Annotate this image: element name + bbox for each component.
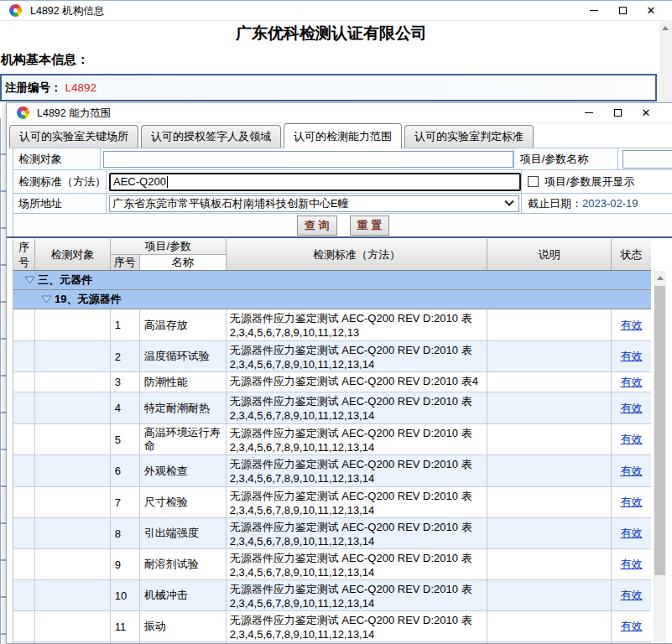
param-name-label: 项目/参数名称 xyxy=(514,148,618,169)
object-cell xyxy=(35,487,111,517)
background-window-edge xyxy=(0,118,6,644)
tab-key-locations[interactable]: 认可的实验室关键场所 xyxy=(9,125,138,148)
seq-cell xyxy=(13,487,35,517)
table-row: 3 防潮性能 无源器件应力鉴定测试 AEC-Q200 REV D:2010 表4… xyxy=(13,372,651,392)
expand-params-checkbox[interactable] xyxy=(528,176,539,187)
note-cell xyxy=(487,309,612,340)
note-cell xyxy=(487,487,612,517)
table-header: 序号 检测对象 项目/参数 序号 名称 检测标准（方法） 说明 状态 xyxy=(13,239,651,271)
param-seq-cell: 9 xyxy=(111,549,140,579)
method-cell: 无源器件应力鉴定测试 AEC-Q200 REV D:2010 表2,3,4,5,… xyxy=(227,549,488,579)
deadline-label: 截止日期： xyxy=(528,196,582,211)
note-cell xyxy=(487,549,612,579)
status-link[interactable]: 有效 xyxy=(621,464,643,479)
group-row-passive-components[interactable]: 19、无源器件 xyxy=(13,290,651,309)
status-link[interactable]: 有效 xyxy=(621,318,643,333)
back-window-scrollbar[interactable] xyxy=(659,20,672,103)
object-cell xyxy=(35,372,111,392)
object-cell xyxy=(35,392,111,423)
param-seq-cell: 8 xyxy=(111,518,140,548)
address-select-value: 广东省东莞市常平镇板石村南埔科技创新中心E幢 xyxy=(112,196,506,211)
scroll-up-button[interactable] xyxy=(654,271,666,285)
note-cell xyxy=(487,372,612,392)
note-cell xyxy=(487,580,612,610)
method-cell: 无源器件应力鉴定测试 AEC-Q200 REV D:2010 表2,3,4,5,… xyxy=(227,611,488,641)
param-seq-cell: 6 xyxy=(111,455,140,486)
maximize-button[interactable] xyxy=(608,1,637,20)
note-cell xyxy=(487,518,612,548)
method-cell: 无源器件应力鉴定测试 AEC-Q200 REV D:2010 表2,3,4,5,… xyxy=(227,309,488,340)
method-cell: 无源器件应力鉴定测试 AEC-Q200 REV D:2010 表2,3,4,5,… xyxy=(227,341,488,371)
test-standard-input[interactable]: AEC-Q200 xyxy=(109,173,521,191)
method-cell: 无源器件应力鉴定测试 AEC-Q200 REV D:2010 表2,3,4,5,… xyxy=(227,580,488,610)
close-icon: ✕ xyxy=(642,107,651,118)
form-table-divider xyxy=(7,236,672,238)
status-link[interactable]: 有效 xyxy=(621,588,643,603)
maximize-button[interactable] xyxy=(603,103,632,122)
seq-cell xyxy=(13,309,35,340)
group-label: 19、无源器件 xyxy=(55,292,121,307)
header-object: 检测对象 xyxy=(35,239,111,270)
param-name-cell: 高温环境运行寿命 xyxy=(140,424,227,454)
status-link[interactable]: 有效 xyxy=(621,557,643,572)
header-seq: 序号 xyxy=(13,239,35,270)
status-link[interactable]: 有效 xyxy=(621,619,643,634)
back-window-controls: ✕ xyxy=(580,1,665,20)
seq-cell xyxy=(13,549,35,579)
status-link[interactable]: 有效 xyxy=(621,432,643,447)
minimize-button[interactable] xyxy=(575,103,603,122)
seq-cell xyxy=(13,341,35,371)
app-icon xyxy=(17,106,29,119)
seq-cell xyxy=(13,392,35,423)
reg-value: L4892 xyxy=(65,81,97,94)
param-seq-cell: 1 xyxy=(111,309,140,340)
status-link[interactable]: 有效 xyxy=(621,401,643,416)
tab-authorized-signatories[interactable]: 认可的授权签字人及领域 xyxy=(141,125,281,148)
tab-bar: 认可的实验室关键场所 认可的授权签字人及领域 认可的检测能力范围 认可的实验室判… xyxy=(9,124,536,148)
tab-lab-criteria[interactable]: 认可的实验室判定标准 xyxy=(404,125,534,148)
object-cell xyxy=(35,309,111,340)
seq-cell xyxy=(13,611,35,641)
minimize-button[interactable] xyxy=(580,1,608,20)
status-link[interactable]: 有效 xyxy=(621,349,643,364)
collapse-icon xyxy=(41,293,52,306)
group-row-components[interactable]: 三、元器件 xyxy=(13,271,651,290)
close-button[interactable]: ✕ xyxy=(637,1,665,20)
tab-testing-capability[interactable]: 认可的检测能力范围 xyxy=(284,123,402,148)
close-button[interactable]: ✕ xyxy=(632,103,660,122)
object-cell xyxy=(35,611,111,641)
param-name-input[interactable] xyxy=(623,150,672,169)
minimize-icon xyxy=(590,10,598,11)
reg-label: 注册编号： xyxy=(5,80,62,96)
capability-scope-window: L4892 能力范围 ✕ 认可的实验室关键场所 认可的授权签字人及领域 认可的检… xyxy=(6,102,672,644)
method-cell: 无源器件应力鉴定测试 AEC-Q200 REV D:2010 表2,3,4,5,… xyxy=(227,518,488,548)
status-link[interactable]: 有效 xyxy=(621,495,643,510)
scrollbar-thumb[interactable] xyxy=(654,286,665,575)
param-seq-cell: 5 xyxy=(111,424,140,454)
company-heading: 广东优科检测认证有限公司 xyxy=(0,23,663,44)
status-link[interactable]: 有效 xyxy=(621,375,643,390)
table-scrollbar[interactable] xyxy=(654,271,666,644)
address-label: 场所地址 xyxy=(13,194,107,213)
table-row: 4 特定耐潮耐热 无源器件应力鉴定测试 AEC-Q200 REV D:2010 … xyxy=(13,392,651,424)
param-name-cell: 机械冲击 xyxy=(140,580,227,610)
seq-cell xyxy=(13,372,35,392)
test-object-input[interactable] xyxy=(103,151,513,168)
front-window-title: L4892 能力范围 xyxy=(37,106,111,121)
header-method: 检测标准（方法） xyxy=(227,239,488,270)
param-seq-cell: 7 xyxy=(111,487,140,517)
front-titlebar: L4892 能力范围 ✕ xyxy=(7,103,672,123)
scroll-up-icon xyxy=(662,26,669,30)
expand-params-label: 项目/参数展开显示 xyxy=(544,174,635,190)
query-button[interactable]: 查 询 xyxy=(297,216,337,236)
reset-button[interactable]: 重 置 xyxy=(350,216,390,236)
note-cell xyxy=(487,611,612,641)
header-param-name: 名称 xyxy=(140,255,226,270)
object-cell xyxy=(35,518,111,548)
param-name-cell: 尺寸检验 xyxy=(140,487,227,517)
table-row: 6 外观检查 无源器件应力鉴定测试 AEC-Q200 REV D:2010 表2… xyxy=(13,455,651,487)
table-row: 8 引出端强度 无源器件应力鉴定测试 AEC-Q200 REV D:2010 表… xyxy=(13,518,651,549)
front-window-controls: ✕ xyxy=(575,103,660,122)
status-link[interactable]: 有效 xyxy=(621,526,643,541)
address-select[interactable]: 广东省东莞市常平镇板石村南埔科技创新中心E幢 xyxy=(109,195,519,212)
